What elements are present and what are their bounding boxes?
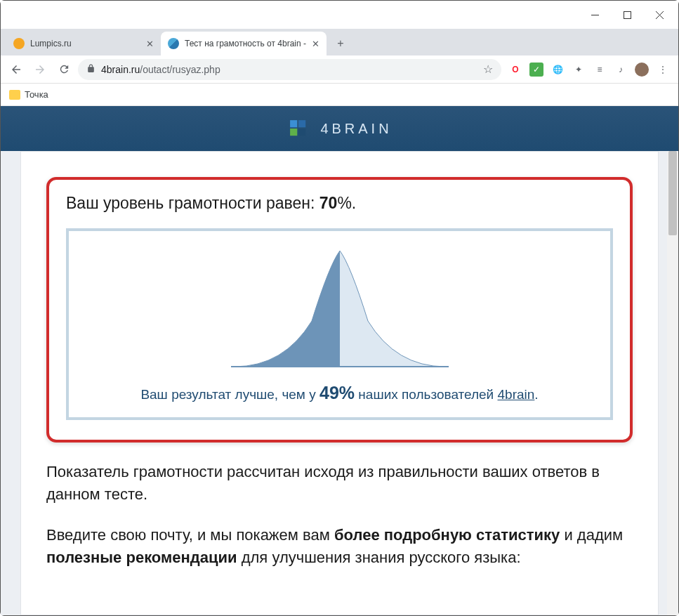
puzzle-ext-icon[interactable]: ✦ [572, 63, 586, 77]
maximize-button[interactable] [611, 4, 643, 26]
caption-prefix: Ваш результат лучше, чем у [140, 387, 319, 402]
url-text: 4brain.ru/outact/rusyaz.php [101, 64, 477, 75]
lock-icon [86, 64, 95, 75]
note-ext-icon[interactable]: ♪ [614, 63, 628, 77]
avatar-icon[interactable] [635, 63, 649, 77]
svg-rect-7 [298, 129, 305, 136]
page-content: Ваш уровень грамотности равен: 70%. Ваш … [20, 151, 659, 615]
cta-bold-1: более подробную статистику [334, 526, 560, 544]
url-path: /outact/rusyaz.php [140, 64, 220, 75]
globe-ext-icon[interactable]: 🌐 [551, 63, 565, 77]
close-tab-icon[interactable]: ✕ [146, 39, 154, 49]
vertical-scrollbar[interactable] [667, 151, 678, 615]
logo-icon[interactable] [286, 117, 310, 140]
svg-rect-6 [290, 129, 297, 136]
window-titlebar [1, 1, 678, 29]
caption-suffix: наших пользователей [355, 387, 497, 402]
distribution-chart [76, 244, 603, 370]
svg-rect-4 [290, 120, 297, 127]
brand-name: 4BRAIN [320, 121, 392, 137]
menu-icon[interactable]: ⋮ [656, 63, 670, 77]
favicon-icon [168, 38, 179, 49]
bookmarks-bar: Точка [1, 84, 678, 106]
svg-rect-5 [298, 120, 305, 127]
chart-container: Ваш результат лучше, чем у 49% наших пол… [66, 228, 613, 420]
svg-rect-1 [624, 11, 631, 18]
explanation-paragraph: Показатель грамотности рассчитан исходя … [46, 461, 633, 506]
browser-toolbar: 4brain.ru/outact/rusyaz.php ☆ O ✓ 🌐 ✦ ≡ … [1, 55, 678, 84]
opera-ext-icon[interactable]: O [508, 63, 522, 77]
page-viewport: 4BRAIN Ваш уровень грамотности равен: 70… [1, 106, 678, 615]
chart-caption: Ваш результат лучше, чем у 49% наших пол… [76, 383, 603, 403]
minimize-button[interactable] [579, 4, 611, 26]
back-button[interactable] [6, 60, 26, 79]
cta-text-a: Введите свою почту, и мы покажем вам [46, 526, 334, 544]
caption-link[interactable]: 4brain [498, 387, 535, 402]
favicon-icon [13, 38, 25, 49]
bookmark-folder[interactable]: Точка [9, 89, 48, 100]
svg-rect-0 [591, 15, 599, 15]
check-ext-icon[interactable]: ✓ [529, 63, 543, 77]
url-host: 4brain.ru [101, 64, 140, 75]
percent-suffix: %. [337, 194, 356, 212]
result-headline: Ваш уровень грамотности равен: 70%. [66, 194, 613, 213]
tab-strip: Lumpics.ru ✕ Тест на грамотность от 4bra… [1, 29, 678, 55]
browser-window: Lumpics.ru ✕ Тест на грамотность от 4bra… [0, 0, 679, 616]
cta-text-c: и дадим [560, 526, 623, 544]
reload-button[interactable] [54, 60, 74, 79]
tab-title: Тест на грамотность от 4brain - [185, 39, 306, 48]
caption-percent: 49% [319, 383, 355, 402]
scrollbar-thumb[interactable] [668, 151, 677, 235]
cta-text-e: для улучшения знания русского языка: [237, 549, 521, 566]
tab-lumpics[interactable]: Lumpics.ru ✕ [6, 32, 161, 55]
site-header: 4BRAIN [1, 106, 678, 151]
address-bar[interactable]: 4brain.ru/outact/rusyaz.php ☆ [78, 59, 501, 80]
headline-prefix: Ваш уровень грамотности равен: [66, 194, 319, 212]
new-tab-button[interactable]: + [331, 34, 350, 53]
close-window-button[interactable] [643, 4, 675, 26]
caption-end: . [534, 387, 538, 402]
extension-icons: O ✓ 🌐 ✦ ≡ ♪ ⋮ [506, 63, 673, 77]
tab-title: Lumpics.ru [30, 39, 140, 48]
tab-4brain[interactable]: Тест на грамотность от 4brain - ✕ [161, 32, 327, 55]
list-ext-icon[interactable]: ≡ [593, 63, 607, 77]
bookmark-star-icon[interactable]: ☆ [483, 63, 493, 76]
close-tab-icon[interactable]: ✕ [312, 39, 319, 49]
result-highlight-box: Ваш уровень грамотности равен: 70%. Ваш … [46, 177, 633, 443]
cta-paragraph: Введите свою почту, и мы покажем вам бол… [46, 524, 633, 569]
bookmark-label: Точка [25, 89, 48, 100]
forward-button[interactable] [30, 60, 50, 79]
percent-value: 70 [319, 194, 338, 212]
folder-icon [9, 90, 20, 100]
cta-bold-2: полезные рекомендации [46, 549, 237, 566]
